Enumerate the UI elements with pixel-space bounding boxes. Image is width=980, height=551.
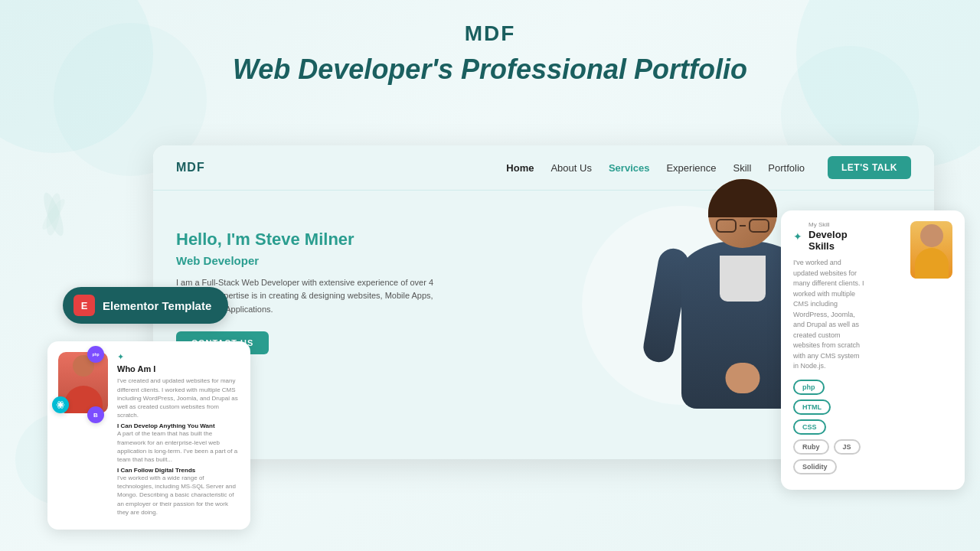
skills-card-header: ✦ My Skill Develop Skills xyxy=(793,221,864,252)
about-card-icon: ✦ xyxy=(117,352,240,362)
skills-card-person xyxy=(910,221,952,279)
skill-tags: php HTML CSS xyxy=(793,380,864,435)
skill-html: HTML xyxy=(793,399,831,415)
hero-role: Web Developer xyxy=(176,254,436,267)
skills-subtitle: My Skill xyxy=(808,221,864,228)
about-person-area: php B xyxy=(58,352,108,417)
bubble-bootstrap: B xyxy=(87,406,104,423)
hero-name: Steve Milner xyxy=(255,230,354,249)
about-card-text2: A part of the team that has built the fr… xyxy=(117,429,240,464)
skill-js: JS xyxy=(834,439,861,455)
about-card-section2: I Can Follow Digital Trends xyxy=(117,467,240,474)
skill-tags-2: Ruby JS Solidity xyxy=(793,439,864,474)
skill-php: php xyxy=(793,380,825,395)
skills-card-title: Develop Skills xyxy=(808,229,864,252)
elementor-badge: E Elementor Template xyxy=(63,287,228,324)
elementor-icon: E xyxy=(74,295,95,316)
page-header: MDF Web Developer's Professional Portfol… xyxy=(0,0,980,101)
brand-logo: MDF xyxy=(465,21,516,46)
skills-card: ✦ My Skill Develop Skills I've worked an… xyxy=(781,210,965,490)
about-card-text3: I've worked with a wide range of technol… xyxy=(117,474,240,517)
about-card-section1: I Can Develop Anything You Want xyxy=(117,422,240,429)
skills-icon: ✦ xyxy=(793,230,802,243)
page-title: Web Developer's Professional Portfolio xyxy=(233,54,747,86)
skill-solidity: Solidity xyxy=(793,459,837,474)
skill-css: CSS xyxy=(793,419,826,435)
about-card: php B ✦ Who Am I I've created and update… xyxy=(47,341,250,530)
about-card-title: Who Am I xyxy=(117,364,240,373)
about-card-content: ✦ Who Am I I've created and updated webs… xyxy=(117,352,240,519)
deco-plant xyxy=(23,168,84,240)
greeting-pre: Hello, I'm xyxy=(176,230,255,249)
nav-brand: MDF xyxy=(176,161,205,174)
skill-ruby: Ruby xyxy=(793,439,829,455)
nav-link-home[interactable]: Home xyxy=(506,162,534,174)
hero-greeting: Hello, I'm Steve Milner xyxy=(176,229,436,251)
nav-link-about[interactable]: About Us xyxy=(550,162,591,174)
skills-card-desc: I've worked and updated websites for man… xyxy=(793,258,864,372)
elementor-badge-label: Elementor Template xyxy=(103,299,211,312)
about-card-text1: I've created and updated websites for ma… xyxy=(117,377,240,419)
